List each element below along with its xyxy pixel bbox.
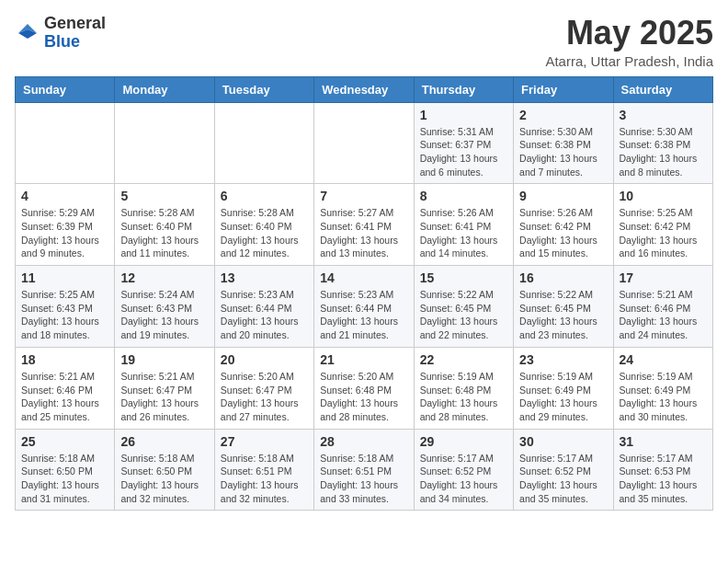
day-cell [16,102,115,184]
day-cell: 19Sunrise: 5:21 AM Sunset: 6:47 PM Dayli… [115,347,214,429]
day-info: Sunrise: 5:22 AM Sunset: 6:45 PM Dayligh… [420,288,507,342]
day-number: 6 [221,189,308,203]
day-number: 31 [620,434,707,449]
day-cell: 28Sunrise: 5:18 AM Sunset: 6:51 PM Dayli… [314,429,414,511]
day-info: Sunrise: 5:23 AM Sunset: 6:44 PM Dayligh… [320,288,407,342]
calendar-table: SundayMondayTuesdayWednesdayThursdayFrid… [15,76,713,511]
week-row-1: 1Sunrise: 5:31 AM Sunset: 6:37 PM Daylig… [16,102,713,184]
day-cell: 9Sunrise: 5:26 AM Sunset: 6:42 PM Daylig… [514,184,613,266]
day-number: 2 [519,108,607,122]
day-cell: 18Sunrise: 5:21 AM Sunset: 6:46 PM Dayli… [16,347,115,429]
day-number: 18 [21,352,108,367]
day-cell: 27Sunrise: 5:18 AM Sunset: 6:51 PM Dayli… [214,429,313,511]
day-number: 9 [519,189,607,203]
day-cell [214,102,313,184]
day-cell: 14Sunrise: 5:23 AM Sunset: 6:44 PM Dayli… [314,266,414,348]
page-header: General Blue May 2025 Atarra, Uttar Prad… [15,15,713,69]
day-cell: 26Sunrise: 5:18 AM Sunset: 6:50 PM Dayli… [115,429,214,511]
week-row-4: 18Sunrise: 5:21 AM Sunset: 6:46 PM Dayli… [16,347,713,429]
day-number: 3 [620,108,707,122]
day-number: 19 [120,352,208,367]
day-number: 30 [519,434,607,449]
day-number: 21 [320,352,407,367]
day-info: Sunrise: 5:19 AM Sunset: 6:49 PM Dayligh… [519,370,607,424]
day-number: 27 [221,434,308,449]
day-cell: 3Sunrise: 5:30 AM Sunset: 6:38 PM Daylig… [613,102,712,184]
day-cell: 17Sunrise: 5:21 AM Sunset: 6:46 PM Dayli… [613,266,712,348]
day-number: 20 [221,352,308,367]
logo: General Blue [15,15,106,52]
day-number: 29 [420,434,507,449]
day-info: Sunrise: 5:26 AM Sunset: 6:42 PM Dayligh… [519,206,607,260]
day-cell: 1Sunrise: 5:31 AM Sunset: 6:37 PM Daylig… [414,102,513,184]
day-cell: 10Sunrise: 5:25 AM Sunset: 6:42 PM Dayli… [613,184,712,266]
day-info: Sunrise: 5:17 AM Sunset: 6:52 PM Dayligh… [519,452,607,506]
day-number: 28 [320,434,407,449]
day-cell: 30Sunrise: 5:17 AM Sunset: 6:52 PM Dayli… [514,429,613,511]
day-info: Sunrise: 5:20 AM Sunset: 6:48 PM Dayligh… [320,370,407,424]
day-header-wednesday: Wednesday [314,76,414,102]
day-number: 12 [120,270,208,285]
day-info: Sunrise: 5:19 AM Sunset: 6:49 PM Dayligh… [620,370,707,424]
day-info: Sunrise: 5:17 AM Sunset: 6:53 PM Dayligh… [620,452,707,506]
day-info: Sunrise: 5:30 AM Sunset: 6:38 PM Dayligh… [620,125,707,179]
location: Atarra, Uttar Pradesh, India [545,53,713,69]
week-row-2: 4Sunrise: 5:29 AM Sunset: 6:39 PM Daylig… [16,184,713,266]
day-cell: 11Sunrise: 5:25 AM Sunset: 6:43 PM Dayli… [16,266,115,348]
day-info: Sunrise: 5:28 AM Sunset: 6:40 PM Dayligh… [120,206,208,260]
day-number: 17 [620,270,707,285]
day-info: Sunrise: 5:30 AM Sunset: 6:38 PM Dayligh… [519,125,607,179]
day-header-thursday: Thursday [414,76,513,102]
day-cell: 5Sunrise: 5:28 AM Sunset: 6:40 PM Daylig… [115,184,214,266]
day-info: Sunrise: 5:18 AM Sunset: 6:51 PM Dayligh… [221,452,308,506]
day-cell: 22Sunrise: 5:19 AM Sunset: 6:48 PM Dayli… [414,347,513,429]
day-header-saturday: Saturday [613,76,712,102]
week-row-3: 11Sunrise: 5:25 AM Sunset: 6:43 PM Dayli… [16,266,713,348]
day-cell: 8Sunrise: 5:26 AM Sunset: 6:41 PM Daylig… [414,184,513,266]
day-info: Sunrise: 5:31 AM Sunset: 6:37 PM Dayligh… [420,125,507,179]
day-info: Sunrise: 5:29 AM Sunset: 6:39 PM Dayligh… [21,206,108,260]
month-title: May 2025 [545,15,713,52]
day-number: 25 [21,434,108,449]
day-cell: 12Sunrise: 5:24 AM Sunset: 6:43 PM Dayli… [115,266,214,348]
day-info: Sunrise: 5:23 AM Sunset: 6:44 PM Dayligh… [221,288,308,342]
day-number: 5 [120,189,208,203]
logo-text: General Blue [44,15,106,52]
day-number: 7 [320,189,407,203]
day-number: 4 [21,189,108,203]
day-cell [115,102,214,184]
day-header-sunday: Sunday [16,76,115,102]
day-cell: 24Sunrise: 5:19 AM Sunset: 6:49 PM Dayli… [613,347,712,429]
day-info: Sunrise: 5:22 AM Sunset: 6:45 PM Dayligh… [519,288,607,342]
day-info: Sunrise: 5:20 AM Sunset: 6:47 PM Dayligh… [221,370,308,424]
day-number: 24 [620,352,707,367]
logo-icon [15,20,40,46]
day-cell: 7Sunrise: 5:27 AM Sunset: 6:41 PM Daylig… [314,184,414,266]
day-cell: 31Sunrise: 5:17 AM Sunset: 6:53 PM Dayli… [613,429,712,511]
day-info: Sunrise: 5:18 AM Sunset: 6:51 PM Dayligh… [320,452,407,506]
calendar-header-row: SundayMondayTuesdayWednesdayThursdayFrid… [16,76,713,102]
day-info: Sunrise: 5:18 AM Sunset: 6:50 PM Dayligh… [21,452,108,506]
day-number: 8 [420,189,507,203]
day-info: Sunrise: 5:24 AM Sunset: 6:43 PM Dayligh… [120,288,208,342]
day-number: 11 [21,270,108,285]
day-header-tuesday: Tuesday [214,76,313,102]
day-number: 22 [420,352,507,367]
day-number: 26 [120,434,208,449]
day-cell: 16Sunrise: 5:22 AM Sunset: 6:45 PM Dayli… [514,266,613,348]
day-cell: 23Sunrise: 5:19 AM Sunset: 6:49 PM Dayli… [514,347,613,429]
day-info: Sunrise: 5:25 AM Sunset: 6:43 PM Dayligh… [21,288,108,342]
day-cell: 13Sunrise: 5:23 AM Sunset: 6:44 PM Dayli… [214,266,313,348]
day-info: Sunrise: 5:18 AM Sunset: 6:50 PM Dayligh… [120,452,208,506]
day-cell: 20Sunrise: 5:20 AM Sunset: 6:47 PM Dayli… [214,347,313,429]
day-cell: 29Sunrise: 5:17 AM Sunset: 6:52 PM Dayli… [414,429,513,511]
day-number: 1 [420,108,507,122]
day-cell: 15Sunrise: 5:22 AM Sunset: 6:45 PM Dayli… [414,266,513,348]
day-number: 16 [519,270,607,285]
week-row-5: 25Sunrise: 5:18 AM Sunset: 6:50 PM Dayli… [16,429,713,511]
day-cell: 25Sunrise: 5:18 AM Sunset: 6:50 PM Dayli… [16,429,115,511]
day-cell: 6Sunrise: 5:28 AM Sunset: 6:40 PM Daylig… [214,184,313,266]
day-number: 10 [620,189,707,203]
day-cell: 4Sunrise: 5:29 AM Sunset: 6:39 PM Daylig… [16,184,115,266]
day-number: 23 [519,352,607,367]
